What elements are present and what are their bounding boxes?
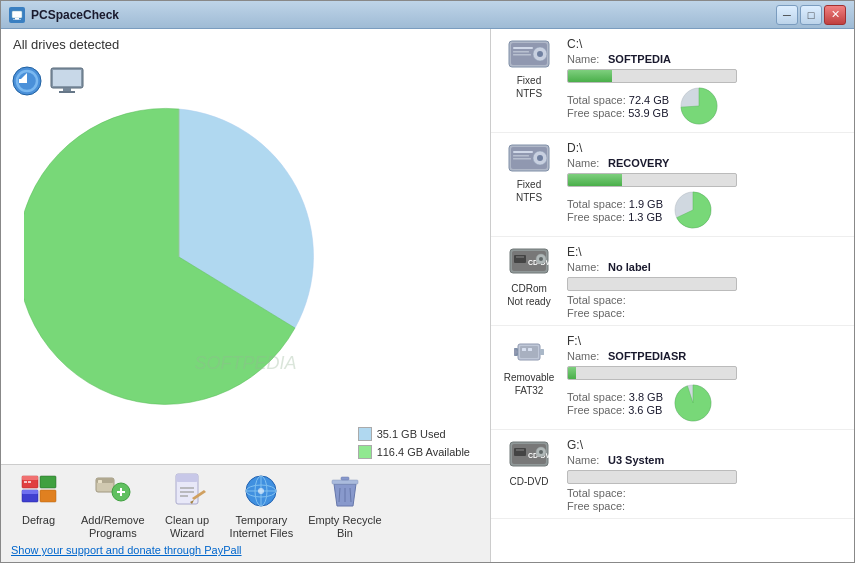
drive-entry-C: Fixed NTFS C:\ Name: SOFTPEDIA Total spa…	[491, 29, 854, 133]
legend-used-label: 35.1 GB Used	[377, 428, 446, 440]
svg-rect-57	[513, 151, 533, 153]
addremove-button[interactable]: Add/Remove Programs	[81, 471, 145, 540]
progress-bar-0	[567, 69, 737, 83]
drive-info-col-0: C:\ Name: SOFTPEDIA Total space: 72.4 GB…	[567, 37, 846, 126]
defrag-label: Defrag	[22, 514, 55, 527]
drive-space-row-1: Total space: 1.9 GB Free space: 1.3 GB	[567, 190, 846, 230]
mini-pie-1	[673, 190, 713, 230]
drive-fs-2: Not ready	[507, 296, 550, 307]
drive-letter-1: D:\	[567, 141, 846, 155]
drive-letter-4: G:\	[567, 438, 846, 452]
addremove-label: Add/Remove Programs	[81, 514, 145, 540]
recyclebin-label: Empty Recycle Bin	[308, 514, 381, 540]
tempfiles-icon	[241, 471, 281, 511]
svg-rect-15	[28, 481, 31, 483]
drive-entry-D: Fixed NTFS D:\ Name: RECOVERY Total spac…	[491, 133, 854, 237]
cleanup-icon	[167, 471, 207, 511]
svg-rect-18	[40, 476, 56, 488]
progress-bar-1	[567, 173, 737, 187]
close-button[interactable]: ✕	[824, 5, 846, 25]
donate-link[interactable]: Show your support and donate through Pay…	[11, 544, 480, 556]
drive-type-0: Fixed	[517, 75, 541, 86]
total-space-4: Total space:	[567, 487, 626, 499]
main-content: All drives detected	[1, 29, 854, 562]
cleanup-button[interactable]: Clean up Wizard	[160, 471, 215, 540]
svg-rect-73	[522, 348, 526, 351]
svg-rect-64	[516, 256, 524, 258]
name-label-0: Name:	[567, 53, 602, 65]
quick-actions	[11, 65, 85, 97]
progress-fill-1	[568, 174, 622, 186]
svg-rect-0	[12, 11, 22, 18]
free-space-0: Free space: 53.9 GB	[567, 107, 669, 119]
drive-space-info-4: Total space: Free space:	[567, 487, 626, 512]
drive-space-info-1: Total space: 1.9 GB Free space: 1.3 GB	[567, 198, 663, 223]
mini-pie-0	[679, 86, 719, 126]
name-label-1: Name:	[567, 157, 602, 169]
back-icon[interactable]	[11, 65, 43, 97]
progress-bar-2	[567, 277, 737, 291]
recyclebin-icon	[325, 471, 365, 511]
mini-pie-3	[673, 383, 713, 423]
drive-info-col-1: D:\ Name: RECOVERY Total space: 1.9 GB F…	[567, 141, 846, 230]
drive-entry-G: CD-DVD CD-DVD G:\ Name: U3 System Total …	[491, 430, 854, 519]
drive-fs-0: NTFS	[516, 88, 542, 99]
svg-rect-17	[22, 490, 38, 494]
drives-header: All drives detected	[1, 29, 490, 60]
defrag-button[interactable]: Defrag	[11, 471, 66, 527]
free-space-4: Free space:	[567, 500, 626, 512]
drive-name-value-1: RECOVERY	[608, 157, 669, 169]
drive-space-row-2: Total space: Free space:	[567, 294, 846, 319]
drive-info-col-2: E:\ Name: No label Total space: Free spa…	[567, 245, 846, 319]
legend-used-box	[358, 427, 372, 441]
drive-fs-3: FAT32	[515, 385, 544, 396]
svg-rect-13	[22, 476, 38, 480]
drive-name-row-1: Name: RECOVERY	[567, 157, 846, 169]
maximize-button[interactable]: □	[800, 5, 822, 25]
bottom-toolbar: Defrag	[1, 464, 490, 562]
svg-rect-19	[40, 490, 56, 502]
drive-fs-1: NTFS	[516, 192, 542, 203]
drive-type-2: CDRom	[511, 283, 547, 294]
drive-info-col-4: G:\ Name: U3 System Total space: Free sp…	[567, 438, 846, 512]
svg-point-82	[539, 450, 543, 454]
chart-area: 35.1 GB Used 116.4 GB Available SOFTPEDI…	[1, 60, 490, 464]
tempfiles-label: Temporary Internet Files	[230, 514, 294, 540]
drive-name-row-0: Name: SOFTPEDIA	[567, 53, 846, 65]
svg-rect-79	[516, 449, 524, 451]
drive-icon-col-0: Fixed NTFS	[499, 37, 559, 99]
drive-name-row-4: Name: U3 System	[567, 454, 846, 466]
drive-name-value-4: U3 System	[608, 454, 664, 466]
drive-type-1: Fixed	[517, 179, 541, 190]
svg-rect-14	[24, 481, 27, 483]
svg-rect-27	[176, 474, 198, 482]
progress-bar-4	[567, 470, 737, 484]
name-label-4: Name:	[567, 454, 602, 466]
svg-rect-71	[540, 349, 544, 355]
drive-name-value-0: SOFTPEDIA	[608, 53, 671, 65]
svg-rect-6	[19, 79, 27, 83]
svg-rect-59	[513, 158, 531, 160]
drive-icon-col-4: CD-DVD CD-DVD	[499, 438, 559, 489]
recyclebin-button[interactable]: Empty Recycle Bin	[308, 471, 381, 540]
minimize-button[interactable]: ─	[776, 5, 798, 25]
svg-rect-41	[341, 477, 349, 480]
free-space-2: Free space:	[567, 307, 626, 319]
drive-space-row-4: Total space: Free space:	[567, 487, 846, 512]
svg-rect-2	[13, 19, 21, 20]
drive-icon-col-3: Removable FAT32	[499, 334, 559, 396]
name-label-3: Name:	[567, 350, 602, 362]
drive-space-info-3: Total space: 3.8 GB Free space: 3.6 GB	[567, 391, 663, 416]
pie-chart	[24, 102, 334, 412]
total-space-1: Total space: 1.9 GB	[567, 198, 663, 210]
progress-fill-3	[568, 367, 576, 379]
drive-name-value-3: SOFTPEDIASR	[608, 350, 686, 362]
addremove-icon	[93, 471, 133, 511]
svg-point-48	[537, 51, 543, 57]
tempfiles-button[interactable]: Temporary Internet Files	[230, 471, 294, 540]
titlebar: PCSpaceCheck ─ □ ✕	[1, 1, 854, 29]
svg-rect-51	[513, 54, 531, 56]
computer-icon[interactable]	[49, 65, 85, 97]
drive-entry-E: CD-DVD CDRom Not ready E:\ Name: No labe…	[491, 237, 854, 326]
svg-rect-69	[520, 346, 538, 358]
